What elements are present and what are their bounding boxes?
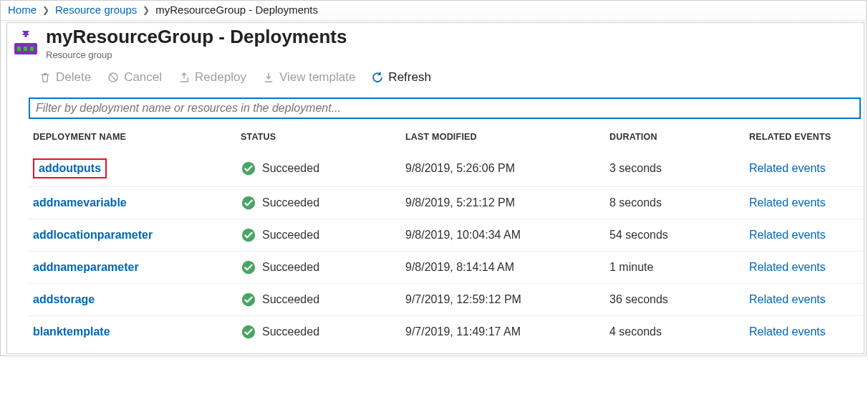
col-status: STATUS	[236, 125, 401, 151]
duration: 8 seconds	[605, 187, 745, 219]
col-last: LAST MODIFIED	[401, 125, 605, 151]
svg-rect-3	[24, 47, 27, 51]
refresh-icon	[371, 71, 384, 84]
table-row: addnamevariableSucceeded9/8/2019, 5:21:1…	[29, 187, 864, 219]
page-subtitle: Resource group	[46, 49, 347, 60]
duration: 54 seconds	[605, 219, 745, 252]
trash-icon	[39, 71, 52, 84]
table-row: addstorageSucceeded9/7/2019, 12:59:12 PM…	[29, 284, 864, 316]
status-text: Succeeded	[262, 229, 319, 242]
related-events-link[interactable]: Related events	[749, 229, 826, 241]
last-modified: 9/7/2019, 11:49:17 AM	[401, 316, 605, 348]
col-dur: DURATION	[605, 125, 745, 151]
breadcrumb-resource-groups[interactable]: Resource groups	[55, 4, 137, 16]
related-events-link[interactable]: Related events	[749, 162, 826, 174]
last-modified: 9/8/2019, 10:04:34 AM	[401, 219, 605, 252]
duration: 36 seconds	[605, 284, 745, 316]
status-cell: Succeeded	[241, 259, 397, 275]
delete-button: Delete	[39, 70, 91, 85]
filter-box[interactable]	[29, 97, 861, 119]
download-icon	[262, 71, 275, 84]
status-cell: Succeeded	[241, 292, 397, 308]
deployment-name-link[interactable]: addnamevariable	[33, 196, 127, 209]
cancel-icon	[107, 71, 120, 84]
deployment-name-link[interactable]: addstorage	[33, 293, 95, 305]
last-modified: 9/8/2019, 5:26:06 PM	[401, 151, 605, 187]
deployment-name-link[interactable]: addoutputs	[33, 158, 107, 178]
status-cell: Succeeded	[241, 195, 397, 211]
redeploy-button: Redeploy	[178, 70, 246, 85]
svg-rect-4	[30, 47, 34, 51]
related-events-link[interactable]: Related events	[749, 293, 826, 305]
svg-line-6	[110, 75, 116, 80]
related-events-link[interactable]: Related events	[749, 325, 826, 338]
status-text: Succeeded	[262, 261, 319, 274]
duration: 3 seconds	[605, 151, 745, 187]
toolbar-label: Redeploy	[195, 70, 246, 85]
col-rel: RELATED EVENTS	[745, 125, 864, 151]
deployment-name-link[interactable]: blanktemplate	[33, 325, 110, 338]
toolbar: Delete Cancel Redeploy View template Ref…	[7, 63, 864, 95]
refresh-button[interactable]: Refresh	[371, 70, 431, 85]
related-events-link[interactable]: Related events	[749, 261, 826, 273]
resource-group-icon	[10, 29, 42, 57]
table-row: addlocationparameterSucceeded9/8/2019, 1…	[29, 219, 864, 252]
chevron-right-icon: ❯	[143, 5, 150, 15]
last-modified: 9/8/2019, 8:14:14 AM	[401, 252, 605, 284]
filter-input[interactable]	[34, 101, 855, 115]
last-modified: 9/7/2019, 12:59:12 PM	[401, 284, 605, 316]
status-cell: Succeeded	[241, 161, 397, 176]
deployments-table: DEPLOYMENT NAME STATUS LAST MODIFIED DUR…	[29, 125, 864, 348]
toolbar-label: Cancel	[124, 70, 162, 85]
duration: 1 minute	[605, 252, 745, 284]
breadcrumb-current: myResourceGroup - Deployments	[155, 4, 318, 16]
deployment-name-link[interactable]: addnameparameter	[33, 261, 139, 273]
last-modified: 9/8/2019, 5:21:12 PM	[401, 187, 605, 219]
related-events-link[interactable]: Related events	[749, 196, 826, 209]
breadcrumb: Home ❯ Resource groups ❯ myResourceGroup…	[1, 1, 866, 21]
deployment-name-link[interactable]: addlocationparameter	[33, 229, 153, 241]
status-cell: Succeeded	[241, 227, 397, 243]
svg-rect-2	[17, 47, 21, 51]
page-title: myResourceGroup - Deployments	[46, 26, 347, 48]
table-row: addnameparameterSucceeded9/8/2019, 8:14:…	[29, 252, 864, 284]
col-name: DEPLOYMENT NAME	[29, 125, 236, 151]
table-row: addoutputsSucceeded9/8/2019, 5:26:06 PM3…	[29, 151, 864, 187]
breadcrumb-home[interactable]: Home	[8, 4, 37, 16]
toolbar-label: View template	[279, 70, 355, 85]
table-row: blanktemplateSucceeded9/7/2019, 11:49:17…	[29, 316, 864, 348]
duration: 4 seconds	[605, 316, 745, 348]
status-text: Succeeded	[262, 196, 319, 209]
upload-icon	[178, 71, 191, 84]
status-cell: Succeeded	[241, 324, 397, 340]
cancel-button: Cancel	[107, 70, 162, 85]
status-text: Succeeded	[262, 325, 319, 338]
toolbar-label: Delete	[56, 70, 91, 85]
chevron-right-icon: ❯	[42, 5, 49, 15]
status-text: Succeeded	[262, 293, 319, 306]
status-text: Succeeded	[262, 162, 319, 175]
view-template-button: View template	[262, 70, 355, 85]
toolbar-label: Refresh	[388, 70, 431, 85]
